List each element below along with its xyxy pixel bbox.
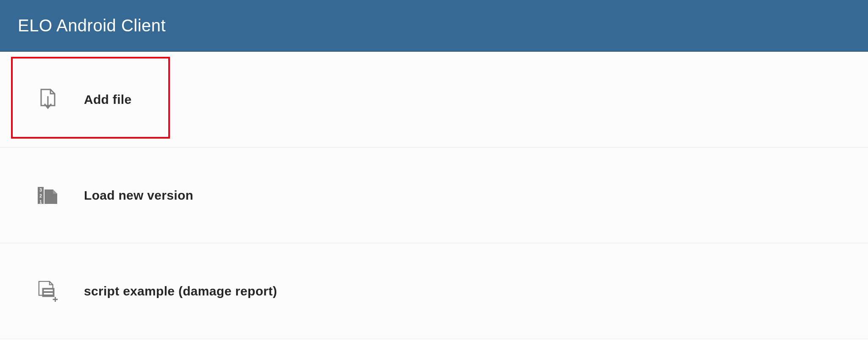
app-title: ELO Android Client	[18, 16, 166, 35]
svg-rect-5	[44, 290, 53, 291]
action-list: Add file 3 2 1 Load new version	[0, 52, 868, 339]
svg-text:3: 3	[39, 188, 42, 192]
list-item-script-example[interactable]: script example (damage report)	[0, 243, 868, 339]
svg-rect-6	[44, 292, 53, 294]
svg-text:1: 1	[39, 200, 42, 204]
svg-text:2: 2	[39, 194, 42, 198]
list-item-add-file[interactable]: Add file	[0, 52, 868, 148]
app-header: ELO Android Client	[0, 0, 868, 52]
list-item-label: Load new version	[84, 188, 193, 203]
list-item-label: script example (damage report)	[84, 284, 277, 298]
version-stack-icon: 3 2 1	[37, 184, 59, 206]
file-download-icon	[37, 89, 59, 111]
list-item-label: Add file	[84, 92, 131, 107]
form-add-icon	[37, 280, 59, 302]
list-item-load-new-version[interactable]: 3 2 1 Load new version	[0, 148, 868, 243]
svg-rect-4	[42, 288, 55, 297]
